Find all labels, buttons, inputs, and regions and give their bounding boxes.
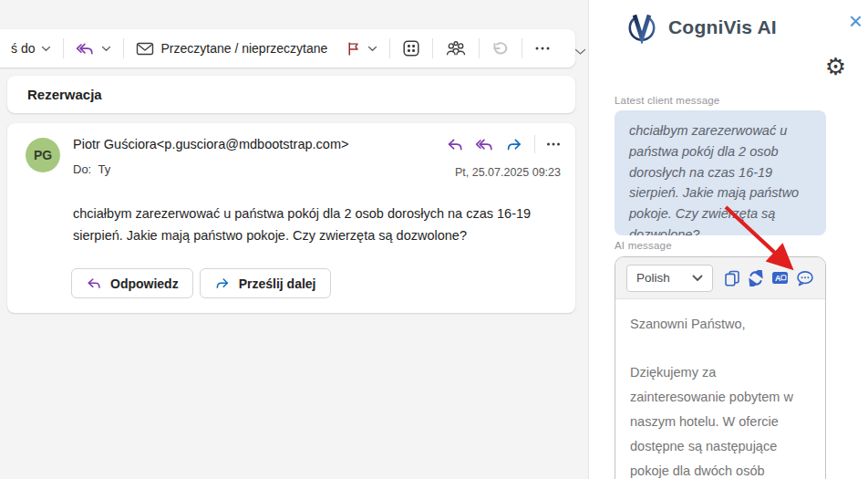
- close-icon[interactable]: ×: [849, 9, 863, 33]
- reply-all-icon: [76, 41, 95, 57]
- cognivis-panel: CogniVis AI × ⚙ Latest client message ch…: [588, 0, 868, 479]
- chat-bubble-icon: [796, 270, 814, 286]
- people-group-icon: [445, 40, 467, 57]
- ai-message-label: AI message: [615, 240, 672, 251]
- reply-all-icon: [475, 137, 494, 152]
- flag-button[interactable]: [336, 34, 387, 63]
- toolbar-divider: [389, 38, 390, 58]
- more-options-button[interactable]: [525, 34, 560, 63]
- undo-button[interactable]: [482, 34, 519, 63]
- move-to-button[interactable]: ś do: [2, 34, 60, 63]
- chat-button[interactable]: [796, 270, 814, 286]
- more-horizontal-icon: [534, 47, 551, 50]
- avatar-initials: PG: [34, 148, 52, 162]
- reply-icon: [86, 276, 102, 290]
- translate-icon: A: [771, 270, 789, 286]
- language-select[interactable]: Polish: [626, 265, 713, 292]
- mail-pane: ś do Przeczytane / nieprzeczytane: [0, 0, 588, 479]
- copy-button[interactable]: [724, 270, 740, 286]
- svg-text:A: A: [775, 274, 781, 283]
- forward-button-label: Prześlij dalej: [239, 276, 316, 291]
- panel-title: CogniVis AI: [668, 16, 777, 38]
- reply-all-button-icon[interactable]: [475, 137, 494, 152]
- toolbar-divider: [522, 38, 522, 58]
- undo-icon: [491, 40, 510, 57]
- app-root: ś do Przeczytane / nieprzeczytane: [0, 0, 868, 479]
- recipient-line: Do: Ty: [73, 162, 110, 176]
- people-button[interactable]: [436, 34, 476, 63]
- message-more-button[interactable]: [546, 142, 561, 146]
- reply-button-label: Odpowiedz: [110, 276, 179, 291]
- ai-greeting: Szanowni Państwo,: [630, 312, 811, 337]
- more-horizontal-icon: [546, 142, 561, 146]
- panel-header: CogniVis AI: [625, 10, 777, 44]
- toolbar-divider: [123, 38, 124, 58]
- toolbar-divider: [432, 38, 433, 58]
- reply-button[interactable]: Odpowiedz: [71, 268, 193, 298]
- ai-toolbar-icons: A: [724, 270, 814, 286]
- copy-icon: [724, 270, 740, 286]
- ai-message-body: Szanowni Państwo, Dziękujemy za zaintere…: [615, 299, 825, 479]
- ai-message-box: Polish A: [615, 256, 826, 479]
- reply-icon: [446, 137, 464, 152]
- envelope-icon: [136, 41, 154, 57]
- cognivis-logo-icon: [625, 10, 658, 44]
- forward-button-icon[interactable]: [505, 137, 523, 152]
- action-divider: [534, 135, 535, 153]
- flag-icon: [346, 41, 361, 57]
- toolbar-divider: [63, 38, 64, 58]
- read-unread-label: Przeczytane / nieprzeczytane: [160, 41, 327, 56]
- regenerate-button[interactable]: [748, 270, 764, 286]
- language-select-value: Polish: [636, 271, 670, 285]
- ai-paragraph: Dziękujemy za zainteresowanie pobytem w …: [630, 360, 811, 479]
- forward-icon: [214, 276, 231, 290]
- move-to-label: ś do: [11, 41, 35, 56]
- email-subject: Rezerwacja: [27, 87, 102, 102]
- quick-reply-row: Odpowiedz Prześlij dalej: [71, 268, 331, 298]
- read-unread-button[interactable]: Przeczytane / nieprzeczytane: [127, 34, 336, 63]
- chevron-down-icon: [367, 46, 377, 52]
- forward-button[interactable]: Prześlij dalej: [200, 268, 331, 298]
- email-message-card: PG Piotr Guściora<p.gusciora@mdbootstrap…: [7, 123, 575, 313]
- latest-client-message-label: Latest client message: [615, 95, 719, 106]
- subject-card: Rezerwacja: [7, 76, 575, 113]
- message-action-bar: [446, 135, 561, 153]
- grid-icon: [402, 39, 420, 57]
- gear-icon[interactable]: ⚙: [825, 55, 846, 78]
- chevron-down-icon: [41, 46, 51, 52]
- message-toolbar: ś do Przeczytane / nieprzeczytane: [0, 29, 575, 68]
- forward-icon: [505, 137, 523, 152]
- reply-all-toolbar-button[interactable]: [67, 34, 120, 63]
- ai-toolbar: Polish A: [615, 257, 825, 299]
- email-body: chciałbym zarezerwować u państwa pokój d…: [73, 203, 576, 246]
- sender-name-address: Piotr Guściora<p.gusciora@mdbootstrap.co…: [73, 137, 348, 151]
- refresh-icon: [748, 270, 764, 286]
- apps-grid-button[interactable]: [393, 34, 429, 63]
- message-date: Pt, 25.07.2025 09:23: [455, 166, 561, 179]
- reply-button-icon[interactable]: [446, 137, 464, 152]
- translate-button[interactable]: A: [771, 270, 789, 286]
- client-message-bubble: chciałbym zarezerwować u państwa pokój d…: [615, 110, 826, 235]
- chevron-down-icon: [692, 275, 703, 282]
- chevron-down-icon: [101, 46, 111, 52]
- collapse-chevron-icon[interactable]: [574, 48, 586, 56]
- sender-avatar[interactable]: PG: [26, 138, 60, 172]
- toolbar-divider: [479, 38, 480, 58]
